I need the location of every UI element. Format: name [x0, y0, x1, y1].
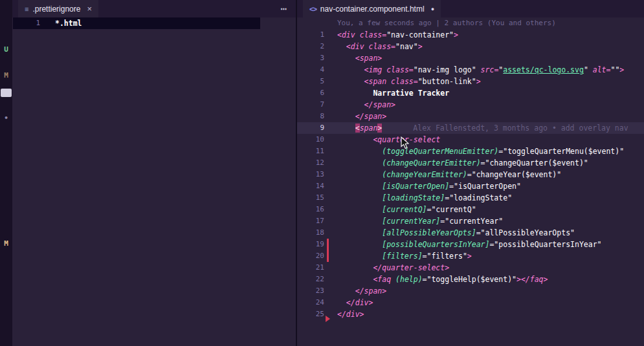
code-token: [isQuarterOpen] — [382, 182, 449, 191]
mouse-cursor — [401, 136, 410, 149]
code-line[interactable]: 18 [allPossibleYearOpts]="allPossibleYea… — [297, 227, 644, 239]
code-token: "nav-img logo" — [414, 65, 476, 74]
code-text: <span> — [324, 52, 382, 64]
sidebar-highlight-band — [1, 89, 12, 97]
code-token: *.html — [55, 19, 82, 28]
line-number: 19 — [297, 239, 324, 250]
code-line[interactable]: 1*.html — [12, 17, 296, 29]
close-tab-icon[interactable]: × — [87, 4, 92, 14]
code-line[interactable]: 19 [possibleQuartersInYear]="possibleQua… — [297, 239, 644, 250]
code-text: [allPossibleYearOpts]="allPossibleYearOp… — [324, 227, 575, 239]
line-number: 12 — [297, 157, 324, 169]
code-line[interactable]: 16 [currentQ]="currentQ" — [297, 204, 644, 215]
line-number: 23 — [297, 285, 324, 297]
codelens-blame[interactable]: You, a few seconds ago | 2 authors (You … — [297, 17, 644, 29]
tab-label: .prettierignore — [32, 5, 80, 14]
code-token: "loadingState" — [449, 193, 512, 202]
code-text: </span> — [324, 99, 395, 111]
code-token: [currentQ] — [382, 205, 427, 214]
code-token — [588, 65, 593, 74]
code-token: > — [467, 252, 472, 261]
git-badge-untracked: U — [0, 45, 12, 54]
line-number: 10 — [297, 134, 324, 146]
code-token: [currentYear] — [382, 217, 440, 226]
code-token: "isQuarterOpen" — [454, 182, 521, 191]
code-text: <span class="button-link"> — [324, 76, 481, 87]
code-token: Alex Fallenstedt, 3 months ago • add ove… — [413, 124, 628, 133]
code-line[interactable]: 10 <quarter-select — [297, 134, 644, 146]
code-token: " — [584, 65, 588, 74]
line-number: 18 — [297, 227, 324, 239]
code-line[interactable]: 4 <img class="nav-img logo" src="assets/… — [297, 64, 644, 76]
code-token: > — [476, 77, 481, 86]
sidebar-dot: • — [0, 114, 12, 122]
code-line[interactable]: 7 </span> — [297, 99, 644, 111]
code-token — [391, 275, 395, 284]
code-line[interactable]: 14 [isQuarterOpen]="isQuarterOpen" — [297, 180, 644, 192]
git-deleted-lines-icon — [326, 316, 330, 322]
code-text: <img class="nav-img logo" src="assets/qc… — [324, 64, 624, 76]
code-text: [loadingState]="loadingState" — [324, 192, 512, 204]
code-text: <div class="nav"> — [324, 41, 423, 52]
code-token: "button-link" — [418, 77, 476, 86]
code-token: Narrative Tracker — [373, 89, 449, 98]
code-token: "currentQ" — [431, 205, 476, 214]
code-line[interactable]: 24 </div> — [297, 297, 644, 308]
code-text: </span> — [324, 111, 386, 122]
code-token: "toggleQuarterMenu($event)" — [503, 147, 624, 156]
code-text: </span> — [324, 285, 386, 297]
code-token: < — [355, 124, 360, 133]
tab-prettierignore[interactable]: ≡ .prettierignore × — [18, 0, 98, 17]
code-line[interactable]: 25</div> — [297, 308, 644, 320]
editor-nav-container[interactable]: You, a few seconds ago | 2 authors (You … — [297, 17, 644, 320]
code-line[interactable]: 3 <span> — [297, 52, 644, 64]
code-text: </div> — [324, 297, 373, 308]
vscode-window: UM•M ≡ .prettierignore × ⋯ 1*.html <> na… — [0, 0, 644, 346]
line-number: 3 — [297, 52, 324, 64]
code-token: "changeQuarter($event)" — [485, 158, 588, 168]
codelens-text[interactable]: You, a few seconds ago | 2 authors (You … — [324, 17, 556, 29]
code-line[interactable]: 21 </quarter-select> — [297, 262, 644, 274]
line-number: 5 — [297, 76, 324, 87]
code-text: </quarter-select> — [324, 262, 449, 274]
line-number: 16 — [297, 204, 324, 215]
html-file-icon: <> — [309, 5, 316, 13]
code-token: "nav-container" — [386, 30, 454, 39]
tabbar-left: ≡ .prettierignore × ⋯ — [12, 0, 296, 17]
code-token: </span> — [364, 100, 395, 109]
code-line[interactable]: 6 Narrative Tracker — [297, 87, 644, 99]
code-line[interactable]: 8 </span> — [297, 111, 644, 122]
code-token: <span> — [355, 54, 383, 63]
code-text: <quarter-select — [324, 134, 440, 146]
git-modified-bar — [327, 239, 329, 250]
code-line[interactable]: 17 [currentYear]="currentYear" — [297, 215, 644, 227]
code-token: class= — [391, 77, 418, 86]
code-token: "currentYear" — [445, 217, 503, 226]
code-token: assets/qc-logo.svg — [503, 65, 584, 74]
code-line[interactable]: 22 <faq (help)="toggleHelp($event)"></fa… — [297, 274, 644, 285]
code-line[interactable]: 15 [loadingState]="loadingState" — [297, 192, 644, 204]
code-token — [364, 42, 369, 51]
code-line[interactable]: 2 <div class="nav"> — [297, 41, 644, 52]
code-token: <div — [337, 30, 355, 39]
code-token: ></faq> — [516, 275, 548, 284]
code-line[interactable]: 13 (changeYearEmitter)="changeYear($even… — [297, 169, 644, 180]
editor-prettierignore[interactable]: 1*.html — [12, 17, 296, 29]
unsaved-changes-dot-icon[interactable]: ● — [431, 6, 434, 12]
code-token: "" — [610, 65, 619, 74]
code-token: <img — [364, 65, 383, 74]
code-text: [currentYear]="currentYear" — [324, 215, 503, 227]
code-line[interactable]: 20 [filters]="filters"> — [297, 250, 644, 262]
code-line[interactable]: 1<div class="nav-container"> — [297, 29, 644, 41]
tab-nav-container-component[interactable]: <> nav-container.component.html ● — [303, 0, 441, 17]
tab-label: nav-container.component.html — [320, 5, 425, 14]
line-number: 8 — [297, 111, 324, 122]
line-number: 9 — [297, 122, 324, 134]
code-line[interactable]: 23 </span> — [297, 285, 644, 297]
more-actions-icon[interactable]: ⋯ — [280, 0, 288, 17]
code-line[interactable]: 12 (changeQuarterEmitter)="changeQuarter… — [297, 157, 644, 169]
code-line[interactable]: 9 <span>Alex Fallenstedt, 3 months ago •… — [297, 122, 644, 134]
code-line[interactable]: 11 (toggleQuarterMenuEmitter)="toggleQua… — [297, 146, 644, 157]
code-line[interactable]: 5 <span class="button-link"> — [297, 76, 644, 87]
collapsed-sidebar[interactable]: UM•M — [0, 0, 12, 346]
